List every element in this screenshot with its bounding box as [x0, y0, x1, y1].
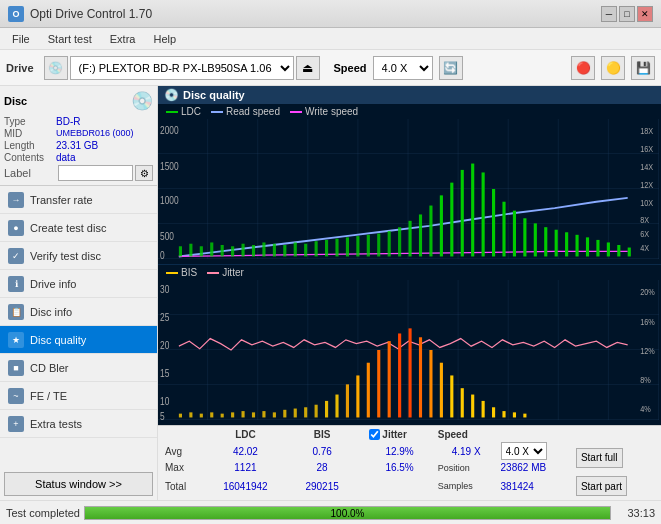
sidebar-item-cd-bler[interactable]: ■ CD Bler — [0, 354, 157, 382]
save-button[interactable]: 💾 — [631, 56, 655, 80]
top-legend: LDC Read speed Write speed — [158, 104, 661, 119]
dq-header-icon: 💿 — [164, 88, 179, 102]
app-icon: O — [8, 6, 24, 22]
svg-text:16X: 16X — [640, 144, 653, 154]
toolbar-btn-2[interactable]: 🟡 — [601, 56, 625, 80]
extra-tests-icon: + — [8, 416, 24, 432]
menu-file[interactable]: File — [4, 31, 38, 47]
disc-length-value: 23.31 GB — [56, 140, 153, 151]
menu-help[interactable]: Help — [145, 31, 184, 47]
verify-test-disc-icon: ✓ — [8, 248, 24, 264]
legend-ldc: LDC — [166, 106, 201, 117]
minimize-button[interactable]: ─ — [601, 6, 617, 22]
bis-legend-label: BIS — [181, 267, 197, 278]
svg-text:8X: 8X — [640, 216, 649, 226]
sidebar-item-disc-quality[interactable]: ★ Disc quality — [0, 326, 157, 354]
svg-text:6X: 6X — [640, 230, 649, 240]
svg-rect-86 — [189, 412, 192, 417]
eject-button[interactable]: ⏏ — [296, 56, 320, 80]
stats-table: LDC BIS Jitter Speed — [162, 428, 657, 498]
sidebar-item-create-test-disc[interactable]: ● Create test disc — [0, 214, 157, 242]
svg-rect-35 — [367, 235, 370, 257]
time-display: 33:13 — [615, 507, 655, 519]
svg-rect-85 — [179, 414, 182, 418]
sidebar-item-transfer-rate[interactable]: → Transfer rate — [0, 186, 157, 214]
svg-text:1000: 1000 — [160, 196, 179, 207]
sidebar-item-extra-tests[interactable]: + Extra tests — [0, 410, 157, 438]
svg-rect-21 — [221, 245, 224, 256]
refresh-button[interactable]: 🔄 — [439, 56, 463, 80]
drive-icon: 💿 — [44, 56, 68, 80]
svg-text:500: 500 — [160, 231, 174, 242]
jitter-legend-label: Jitter — [222, 267, 244, 278]
speed-select[interactable]: 4.0 X — [373, 56, 433, 80]
col-header-speed: Speed — [434, 428, 499, 441]
svg-rect-17 — [179, 246, 182, 256]
svg-rect-106 — [398, 333, 401, 417]
svg-text:15: 15 — [160, 368, 169, 379]
svg-rect-30 — [315, 241, 318, 256]
svg-rect-52 — [544, 227, 547, 256]
svg-rect-95 — [283, 410, 286, 418]
legend-write-speed: Write speed — [290, 106, 358, 117]
start-part-button[interactable]: Start part — [576, 476, 627, 496]
sidebar-item-drive-info[interactable]: ℹ Drive info — [0, 270, 157, 298]
disc-label-row: Label ⚙ — [4, 165, 153, 181]
start-full-button[interactable]: Start full — [576, 448, 623, 468]
maximize-button[interactable]: □ — [619, 6, 635, 22]
col-header-jitter: Jitter — [365, 428, 433, 441]
sidebar-item-disc-info[interactable]: 📋 Disc info — [0, 298, 157, 326]
drive-label: Drive — [6, 62, 34, 74]
svg-rect-54 — [565, 232, 568, 256]
drive-info-icon: ℹ — [8, 276, 24, 292]
svg-rect-89 — [221, 414, 224, 418]
svg-rect-90 — [231, 412, 234, 417]
svg-text:14X: 14X — [640, 162, 653, 172]
drive-select[interactable]: (F:) PLEXTOR BD-R PX-LB950SA 1.06 — [70, 56, 294, 80]
legend-bis: BIS — [166, 267, 197, 278]
svg-rect-28 — [294, 242, 297, 256]
menu-start-test[interactable]: Start test — [40, 31, 100, 47]
svg-rect-36 — [377, 234, 380, 257]
svg-text:2000: 2000 — [160, 126, 179, 137]
label-button[interactable]: ⚙ — [135, 165, 153, 181]
svg-text:5: 5 — [160, 411, 165, 420]
label-input[interactable] — [58, 165, 133, 181]
statusbar: Test completed 100.0% 33:13 — [0, 500, 661, 524]
cd-bler-icon: ■ — [8, 360, 24, 376]
write-speed-legend-label: Write speed — [305, 106, 358, 117]
content-area: 💿 Disc quality LDC Read speed Write spee… — [158, 86, 661, 500]
svg-text:18X: 18X — [640, 127, 653, 137]
speed-set-select[interactable]: 4.0 X — [501, 442, 547, 460]
legend-read-speed: Read speed — [211, 106, 280, 117]
titlebar: O Opti Drive Control 1.70 ─ □ ✕ — [0, 0, 661, 28]
total-label: Total — [162, 474, 203, 498]
svg-rect-103 — [367, 363, 370, 418]
svg-rect-53 — [555, 230, 558, 257]
menu-extra[interactable]: Extra — [102, 31, 144, 47]
svg-rect-113 — [471, 395, 474, 418]
sidebar-item-fe-te[interactable]: ~ FE / TE — [0, 382, 157, 410]
main-area: Disc 💿 Type BD-R MID UMEBDR016 (000) Len… — [0, 86, 661, 500]
svg-rect-24 — [252, 245, 255, 256]
svg-rect-27 — [283, 245, 286, 256]
dq-header: 💿 Disc quality — [158, 86, 661, 104]
svg-rect-101 — [346, 384, 349, 417]
svg-rect-40 — [419, 214, 422, 256]
status-window-button[interactable]: Status window >> — [4, 472, 153, 496]
disc-mid-value: UMEBDR016 (000) — [56, 128, 153, 139]
col-header-bis: BIS — [288, 428, 356, 441]
sidebar-menu: → Transfer rate ● Create test disc ✓ Ver… — [0, 186, 157, 468]
stats-avg-row: Avg 42.02 0.76 12.9% 4.19 X 4.0 X — [162, 441, 657, 461]
top-chart-svg: 2000 1500 1000 500 0 18X 16X 14X 12X 10X… — [158, 119, 659, 259]
svg-rect-104 — [377, 350, 380, 417]
svg-rect-46 — [482, 172, 485, 256]
sidebar-item-verify-test-disc[interactable]: ✓ Verify test disc — [0, 242, 157, 270]
close-button[interactable]: ✕ — [637, 6, 653, 22]
svg-rect-59 — [617, 245, 620, 256]
svg-rect-41 — [429, 206, 432, 257]
toolbar-btn-1[interactable]: 🔴 — [571, 56, 595, 80]
jitter-checkbox[interactable] — [369, 429, 380, 440]
svg-rect-39 — [409, 221, 412, 257]
menubar: File Start test Extra Help — [0, 28, 661, 50]
